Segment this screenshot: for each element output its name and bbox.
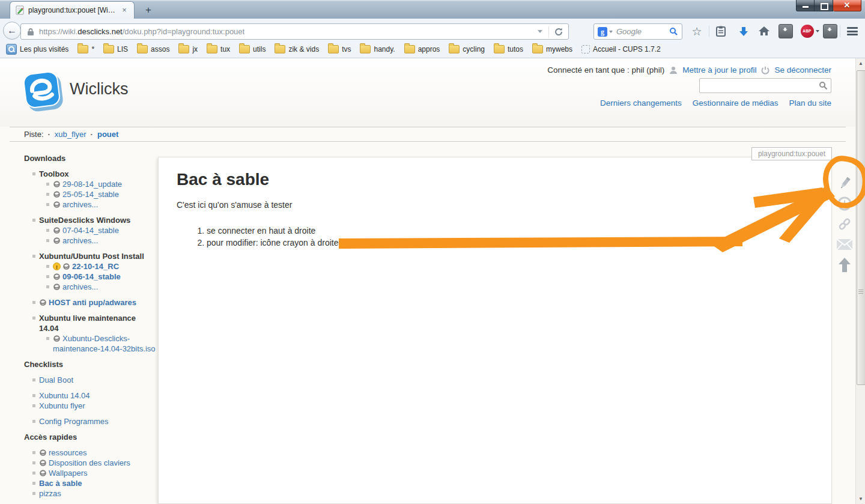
- sidebar-link-iso[interactable]: Xubuntu-Desclicks-maintenance-14.04-32bi…: [53, 334, 156, 353]
- search-icon[interactable]: [819, 81, 828, 90]
- bookmarks-menu-button[interactable]: [712, 23, 729, 40]
- bookmark-folder[interactable]: zik & vids: [275, 45, 319, 53]
- bullet-icon: [32, 472, 35, 475]
- edit-page-button[interactable]: [836, 174, 854, 192]
- window-maximize-button[interactable]: [815, 0, 833, 11]
- breadcrumb-link-current[interactable]: pouet: [97, 130, 118, 139]
- search-placeholder: Google: [616, 27, 669, 36]
- backlinks-button[interactable]: [836, 215, 854, 233]
- folder-icon: [178, 45, 189, 53]
- logout-link[interactable]: Se déconnecter: [774, 65, 831, 74]
- site-title[interactable]: Wiclicks: [70, 80, 128, 99]
- folder-icon: [103, 45, 114, 53]
- globe-icon: [39, 299, 47, 306]
- wiclicks-logo[interactable]: [23, 70, 65, 115]
- bookmark-folder[interactable]: mywebs: [532, 45, 572, 53]
- sidebar-link-current-page[interactable]: Bac à sable: [39, 479, 82, 488]
- adblock-plus-button[interactable]: ABP: [799, 23, 821, 40]
- wiki-search-input[interactable]: [699, 78, 831, 93]
- sidebar-link-host[interactable]: HOST anti pup/adwares: [49, 298, 136, 307]
- sidebar-link[interactable]: 22-10-14_RC: [72, 262, 119, 271]
- bookmark-star-button[interactable]: ☆: [688, 23, 705, 40]
- engine-dropdown-icon[interactable]: [609, 31, 613, 33]
- sidebar-link[interactable]: archives...: [62, 282, 98, 291]
- sidebar-link[interactable]: 07-04-14_stable: [62, 226, 119, 235]
- old-revisions-button[interactable]: [836, 195, 854, 213]
- bookmark-most-visited[interactable]: Les plus visités: [6, 44, 68, 55]
- back-button[interactable]: ←: [3, 22, 21, 40]
- sidebar-link[interactable]: Xubuntu flyer: [39, 401, 85, 410]
- tab-close-icon[interactable]: ×: [120, 5, 129, 15]
- search-go-icon[interactable]: [669, 27, 678, 36]
- bookmark-folder[interactable]: utils: [239, 45, 266, 53]
- tab-title: playground:tux:pouet [Wic...: [28, 6, 116, 14]
- bullet-icon: [46, 193, 49, 196]
- folder-icon: [207, 45, 217, 53]
- url-bar[interactable]: https://wiki.desclicks.net/doku.php?id=p…: [20, 23, 569, 40]
- url-dropdown-icon[interactable]: [538, 30, 542, 33]
- bookmark-folder[interactable]: assos: [137, 45, 169, 53]
- recent-changes-link[interactable]: Derniers changements: [600, 99, 682, 108]
- bookmark-folder[interactable]: LIS: [103, 45, 128, 53]
- sidebar-link[interactable]: archives...: [62, 236, 98, 245]
- bullet-icon: [32, 404, 35, 407]
- bookmark-folder[interactable]: *: [77, 45, 94, 53]
- sidebar-heading-downloads: Downloads: [24, 153, 157, 163]
- bookmark-folder[interactable]: tutos: [494, 45, 523, 53]
- sidebar-link[interactable]: archives...: [62, 200, 98, 209]
- sidebar-link[interactable]: 09-06-14_stable: [62, 272, 121, 281]
- reload-icon[interactable]: [554, 27, 563, 37]
- bookmark-folder[interactable]: cycling: [449, 45, 485, 53]
- folder-icon: [494, 45, 505, 53]
- sitemap-link[interactable]: Plan du site: [789, 99, 831, 108]
- window-close-button[interactable]: ✕: [833, 0, 861, 11]
- scroll-down-button[interactable]: ▼: [856, 494, 865, 504]
- breadcrumb: Piste: · xub_flyer · pouet: [10, 127, 846, 142]
- google-engine-icon[interactable]: g: [598, 27, 607, 37]
- update-profile-link[interactable]: Mettre à jour le profil: [682, 65, 756, 74]
- sidebar-group-livemaint: Xubuntu live maintenance 14.04: [24, 313, 157, 333]
- bookmark-folder[interactable]: appros: [404, 45, 440, 53]
- window-minimize-button[interactable]: [796, 0, 815, 11]
- new-tab-button[interactable]: +: [139, 4, 157, 17]
- downloads-button[interactable]: [735, 23, 752, 40]
- page-id-label: playground:tux:pouet: [751, 147, 832, 160]
- sidebar-link[interactable]: pizzas: [39, 489, 61, 498]
- back-arrow-icon: ←: [7, 25, 17, 35]
- home-button[interactable]: [756, 23, 772, 40]
- sidebar-link[interactable]: Disposition des claviers: [49, 458, 130, 467]
- back-to-top-button[interactable]: [836, 256, 854, 274]
- bookmark-item[interactable]: Accueil - CUPS 1.7.2: [581, 45, 661, 53]
- sidebar-link[interactable]: Wallpapers: [49, 469, 88, 478]
- sidebar-link[interactable]: ressources: [49, 448, 87, 457]
- bookmark-folder[interactable]: tvs: [328, 45, 351, 53]
- folder-icon: [449, 45, 460, 53]
- globe-icon: [53, 273, 61, 281]
- bullet-icon: [32, 219, 35, 222]
- bullet-icon: [32, 172, 35, 175]
- sidebar-link[interactable]: Dual Boot: [39, 375, 73, 384]
- sidebar-link[interactable]: 25-05-14_stable: [62, 190, 119, 199]
- globe-icon: [53, 226, 61, 234]
- bullet-icon: [46, 285, 49, 288]
- sidebar-link[interactable]: 29-08-14_update: [62, 180, 122, 189]
- bookmark-folder[interactable]: handy.: [360, 45, 395, 53]
- bookmark-folder[interactable]: jx: [178, 45, 198, 53]
- bookmark-folder[interactable]: tux: [207, 45, 230, 53]
- media-manager-link[interactable]: Gestionnaire de médias: [693, 99, 778, 108]
- search-bar[interactable]: g Google: [593, 23, 682, 40]
- globe-icon: [53, 283, 61, 291]
- page-scrollbar[interactable]: ▲ ▼: [855, 58, 865, 504]
- browser-tab[interactable]: playground:tux:pouet [Wic... ×: [10, 1, 135, 19]
- sidebar: Downloads Toolbox 29-08-14_update 25-05-…: [24, 153, 157, 499]
- sidebar-link[interactable]: Xubuntu 14.04: [39, 391, 90, 400]
- scroll-up-button[interactable]: ▲: [856, 58, 865, 68]
- menu-button[interactable]: [842, 23, 863, 40]
- breadcrumb-link[interactable]: xub_flyer: [55, 130, 86, 139]
- addon-button-2[interactable]: [822, 23, 839, 40]
- addon-button-1[interactable]: [777, 23, 794, 40]
- scrollbar-thumb[interactable]: [857, 70, 865, 385]
- globe-icon: [53, 335, 61, 342]
- mail-button[interactable]: [836, 235, 854, 254]
- sidebar-link[interactable]: Config Programmes: [39, 417, 109, 426]
